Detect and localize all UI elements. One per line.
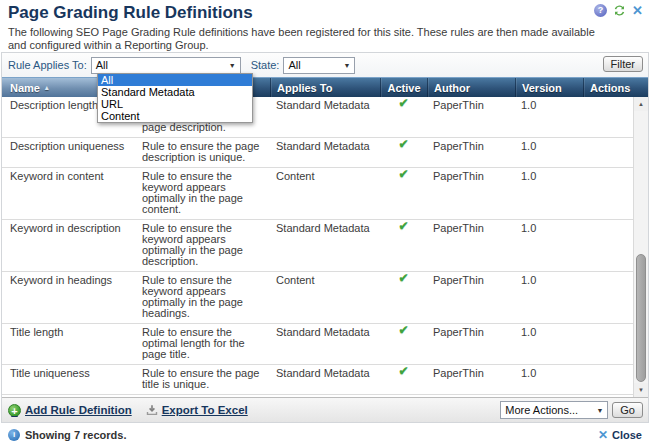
- cell-actions: [583, 220, 633, 271]
- cell-description: Rule to ensure the page title is unique.: [142, 365, 270, 394]
- cell-version: 1.0: [515, 168, 583, 219]
- dropdown-option[interactable]: Content: [98, 110, 252, 122]
- column-header-version[interactable]: Version: [515, 78, 583, 97]
- active-check-icon: ✔: [380, 220, 427, 271]
- cell-applies-to: Content: [270, 272, 380, 323]
- column-header-actions: Actions: [583, 78, 648, 97]
- cell-applies-to: Standard Metadata: [270, 97, 380, 137]
- rule-applies-to-label: Rule Applies To:: [8, 59, 87, 71]
- cell-description: Rule to ensure the keyword appears optim…: [142, 272, 270, 323]
- cell-version: 1.0: [515, 138, 583, 167]
- cell-version: 1.0: [515, 272, 583, 323]
- close-icon[interactable]: ✕: [632, 4, 643, 17]
- cell-version: 1.0: [515, 220, 583, 271]
- export-to-excel-label: Export To Excel: [162, 404, 248, 416]
- cell-version: 1.0: [515, 324, 583, 364]
- rule-applies-to-value: All: [96, 59, 108, 71]
- more-actions-select[interactable]: More Actions... ▼: [500, 401, 608, 419]
- cell-actions: [583, 272, 633, 323]
- cell-author: PaperThin: [427, 220, 515, 271]
- scroll-down-icon[interactable]: ▼: [634, 383, 648, 397]
- vertical-scrollbar[interactable]: ▲ ▼: [633, 97, 648, 397]
- state-label: State:: [251, 59, 280, 71]
- cell-name: Keyword in content: [2, 168, 142, 219]
- cell-actions: [583, 365, 633, 394]
- cell-name: Description uniqueness: [2, 138, 142, 167]
- go-button[interactable]: Go: [612, 402, 643, 418]
- page-description: The following SEO Page Grading Rule defi…: [8, 26, 604, 52]
- cell-name: Keyword in description: [2, 220, 142, 271]
- add-icon: +: [8, 404, 21, 417]
- scrollbar-thumb[interactable]: [636, 254, 646, 382]
- cell-author: PaperThin: [427, 272, 515, 323]
- cell-actions: [583, 324, 633, 364]
- help-icon[interactable]: ?: [594, 4, 607, 17]
- filter-button[interactable]: Filter: [603, 56, 643, 72]
- cell-author: PaperThin: [427, 365, 515, 394]
- cell-name: Title length: [2, 324, 142, 364]
- table-row: Title uniqueness Rule to ensure the page…: [2, 365, 633, 395]
- close-x-icon: ✕: [598, 429, 608, 442]
- more-actions-value: More Actions...: [505, 404, 578, 416]
- cell-version: 1.0: [515, 365, 583, 394]
- cell-applies-to: Standard Metadata: [270, 138, 380, 167]
- page-title: Page Grading Rule Definitions: [8, 3, 642, 23]
- sort-asc-icon: ▴: [45, 84, 49, 92]
- column-header-active[interactable]: Active: [380, 78, 427, 97]
- cell-description: Rule to ensure the keyword appears optim…: [142, 220, 270, 271]
- cell-applies-to: Standard Metadata: [270, 220, 380, 271]
- actions-bar: + Add Rule Definition Export To Excel Mo…: [2, 397, 648, 422]
- active-check-icon: ✔: [380, 168, 427, 219]
- active-check-icon: ✔: [380, 272, 427, 323]
- chevron-down-icon: ▼: [229, 62, 236, 69]
- table-rows: Description length Rule to ensure the op…: [2, 97, 633, 395]
- cell-author: PaperThin: [427, 324, 515, 364]
- cell-applies-to: Standard Metadata: [270, 365, 380, 394]
- cell-description: Rule to ensure the keyword appears optim…: [142, 168, 270, 219]
- table-row: Keyword in content Rule to ensure the ke…: [2, 168, 633, 220]
- table-row: Keyword in description Rule to ensure th…: [2, 220, 633, 272]
- dialog-header: Page Grading Rule Definitions The follow…: [0, 0, 650, 52]
- cell-version: 1.0: [515, 97, 583, 137]
- chevron-down-icon: ▼: [344, 62, 351, 69]
- cell-applies-to: Content: [270, 168, 380, 219]
- column-header-applies-to[interactable]: Applies To: [270, 78, 380, 97]
- state-value: All: [288, 59, 300, 71]
- cell-author: PaperThin: [427, 138, 515, 167]
- export-icon: [146, 404, 158, 416]
- add-rule-definition-label: Add Rule Definition: [25, 404, 132, 416]
- cell-author: PaperThin: [427, 168, 515, 219]
- page-grading-dialog: Page Grading Rule Definitions The follow…: [0, 0, 650, 444]
- active-check-icon: ✔: [380, 97, 427, 137]
- cell-actions: [583, 138, 633, 167]
- chevron-down-icon: ▼: [596, 407, 603, 414]
- cell-actions: [583, 168, 633, 219]
- active-check-icon: ✔: [380, 365, 427, 394]
- column-header-author[interactable]: Author: [427, 78, 515, 97]
- dialog-footer: i Showing 7 records. ✕ Close: [0, 426, 650, 444]
- close-label: Close: [612, 429, 642, 441]
- state-select[interactable]: All ▼: [283, 57, 355, 74]
- scroll-up-icon[interactable]: ▲: [634, 97, 648, 111]
- refresh-icon[interactable]: [613, 4, 626, 17]
- info-icon: i: [8, 429, 20, 441]
- table-body: Description length Rule to ensure the op…: [2, 97, 648, 397]
- active-check-icon: ✔: [380, 324, 427, 364]
- rule-applies-to-select[interactable]: All ▼: [91, 57, 241, 74]
- cell-actions: [583, 97, 633, 137]
- table-row: Keyword in headings Rule to ensure the k…: [2, 272, 633, 324]
- cell-author: PaperThin: [427, 97, 515, 137]
- active-check-icon: ✔: [380, 138, 427, 167]
- dropdown-option[interactable]: All: [98, 74, 252, 86]
- cell-applies-to: Standard Metadata: [270, 324, 380, 364]
- cell-name: Title uniqueness: [2, 365, 142, 394]
- applies-to-dropdown: AllStandard MetadataURLContent: [97, 73, 253, 123]
- add-rule-definition-link[interactable]: + Add Rule Definition: [8, 404, 132, 417]
- export-to-excel-link[interactable]: Export To Excel: [146, 404, 248, 416]
- dropdown-option[interactable]: Standard Metadata: [98, 86, 252, 98]
- close-button[interactable]: ✕ Close: [598, 429, 642, 442]
- dropdown-option[interactable]: URL: [98, 98, 252, 110]
- table-row: Description uniqueness Rule to ensure th…: [2, 138, 633, 168]
- cell-description: Rule to ensure the optimal length for th…: [142, 324, 270, 364]
- table-row: Title length Rule to ensure the optimal …: [2, 324, 633, 365]
